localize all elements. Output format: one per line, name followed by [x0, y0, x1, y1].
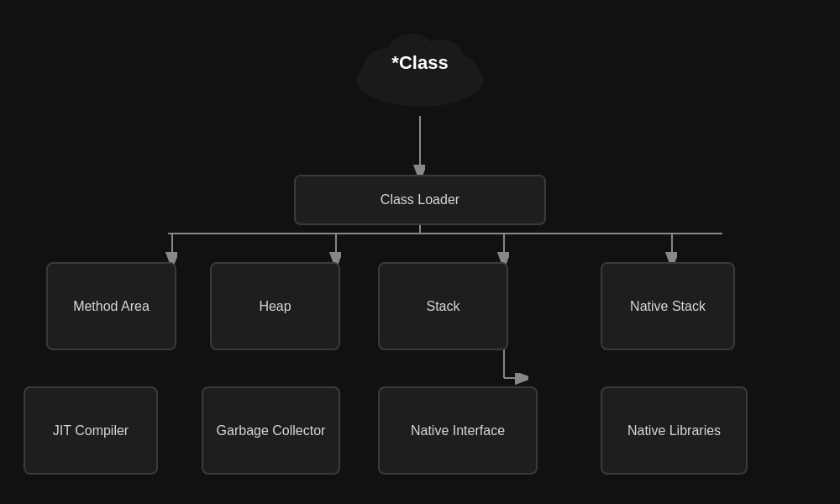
native-stack-label: Native Stack — [630, 299, 706, 314]
native-libraries-label: Native Libraries — [627, 423, 721, 438]
heap-label: Heap — [259, 299, 291, 314]
jit-compiler-label: JIT Compiler — [53, 423, 129, 438]
native-stack-box: Native Stack — [601, 262, 735, 350]
garbage-collector-label: Garbage Collector — [217, 423, 326, 438]
stack-box: Stack — [378, 262, 508, 350]
diagram: *Class Class Loader Method Area Heap Sta… — [0, 0, 840, 504]
cloud-label: *Class — [391, 52, 448, 74]
native-libraries-box: Native Libraries — [601, 386, 748, 475]
native-interface-label: Native Interface — [411, 423, 505, 438]
method-area-box: Method Area — [46, 262, 176, 350]
method-area-label: Method Area — [73, 299, 150, 314]
jit-compiler-box: JIT Compiler — [24, 386, 158, 475]
heap-box: Heap — [210, 262, 340, 350]
class-loader-label: Class Loader — [381, 192, 459, 207]
garbage-collector-box: Garbage Collector — [202, 386, 340, 475]
native-interface-box: Native Interface — [378, 386, 538, 475]
cloud: *Class — [344, 17, 496, 109]
class-loader-box: Class Loader — [294, 175, 546, 225]
stack-label: Stack — [426, 299, 459, 314]
